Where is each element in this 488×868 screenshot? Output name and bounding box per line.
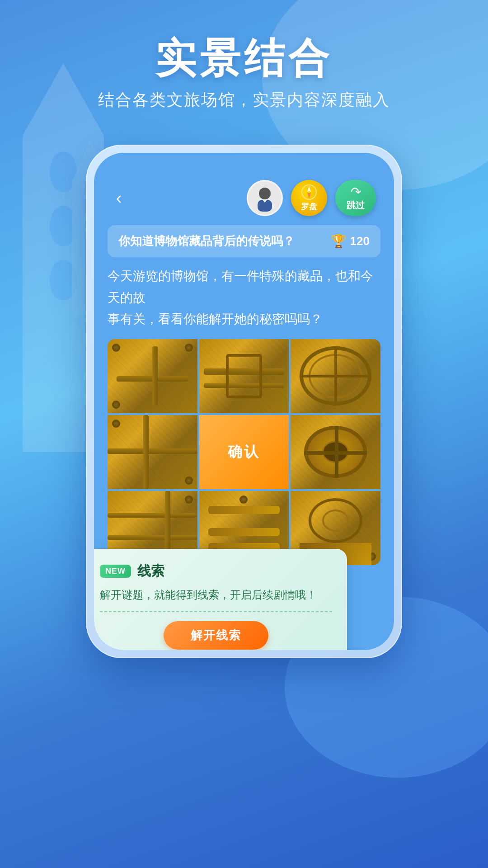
header-right: 罗盘 ↷ 跳过 xyxy=(247,180,376,216)
phone-outer: ‹ xyxy=(86,145,402,658)
puzzle-grid: 确认 xyxy=(108,339,380,565)
svg-point-3 xyxy=(50,206,77,246)
new-badge: NEW xyxy=(100,565,131,578)
clue-description: 解开谜题，就能得到线索，开启后续剧情哦！ xyxy=(100,587,332,612)
svg-marker-16 xyxy=(307,192,311,198)
compass-icon xyxy=(301,184,317,200)
puzzle-cell-1[interactable] xyxy=(108,339,197,413)
question-bar: 你知道博物馆藏品背后的传说吗？ 🏆 120 xyxy=(108,225,380,257)
chevron-left-icon: ‹ xyxy=(116,189,122,207)
score-badge: 🏆 120 xyxy=(331,234,370,249)
svg-marker-15 xyxy=(307,186,311,192)
description-text: 今天游览的博物馆，有一件特殊的藏品，也和今天的故事有关，看看你能解开她的秘密吗吗… xyxy=(94,265,394,339)
skip-button[interactable]: ↷ 跳过 xyxy=(335,180,376,216)
svg-point-4 xyxy=(50,260,77,301)
puzzle-cell-3[interactable] xyxy=(291,339,380,413)
puzzle-cell-4[interactable] xyxy=(108,415,197,489)
phone-status-bar xyxy=(94,153,394,171)
compass-button[interactable]: 罗盘 xyxy=(291,180,327,216)
clue-header: NEW 线索 xyxy=(100,562,332,580)
trophy-icon: 🏆 xyxy=(331,234,347,249)
back-button[interactable]: ‹ xyxy=(108,187,130,209)
sub-title: 结合各类文旅场馆，实景内容深度融入 xyxy=(0,89,488,111)
phone-mockup: ‹ xyxy=(86,145,402,658)
top-section: 实景结合 结合各类文旅场馆，实景内容深度融入 xyxy=(0,0,488,111)
compass-label: 罗盘 xyxy=(301,201,317,212)
puzzle-cell-6[interactable] xyxy=(291,415,380,489)
avatar xyxy=(247,180,283,216)
question-text: 你知道博物馆藏品背后的传说吗？ xyxy=(118,233,295,249)
unlock-button[interactable]: 解开线索 xyxy=(164,621,268,650)
phone-inner: ‹ xyxy=(94,153,394,650)
puzzle-cell-5-confirm[interactable]: 确认 xyxy=(199,415,289,489)
forward-arrow-icon: ↷ xyxy=(351,184,361,199)
skip-label: 跳过 xyxy=(347,199,365,212)
score-value: 120 xyxy=(350,234,370,248)
puzzle-cell-2[interactable] xyxy=(199,339,289,413)
main-title: 实景结合 xyxy=(0,36,488,81)
confirm-label: 确认 xyxy=(228,442,260,462)
svg-point-2 xyxy=(50,151,77,192)
clue-title: 线索 xyxy=(137,562,164,580)
clue-card: NEW 线索 解开谜题，就能得到线索，开启后续剧情哦！ 解开线索 xyxy=(94,549,347,650)
phone-header: ‹ xyxy=(94,171,394,221)
